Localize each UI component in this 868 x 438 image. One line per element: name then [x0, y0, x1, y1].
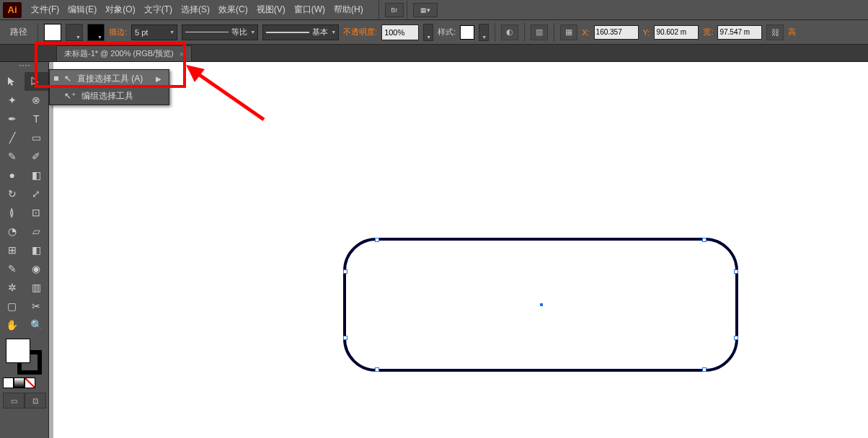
stroke-color-dropdown[interactable]	[87, 24, 105, 41]
slice-tool[interactable]: ✂	[25, 297, 49, 316]
flyout-group-select[interactable]: ↖⁺ 编组选择工具	[50, 87, 169, 104]
cursor-icon: ↖	[64, 73, 71, 84]
color-none[interactable]	[25, 377, 35, 388]
eyedropper-tool[interactable]: ✎	[0, 259, 25, 278]
fill-stroke-control[interactable]	[6, 339, 42, 375]
fill-swatch[interactable]	[44, 24, 61, 41]
document-tab-close[interactable]: ×	[180, 50, 184, 58]
brush-profile[interactable]: 基本	[262, 24, 339, 40]
color-solid[interactable]	[3, 377, 14, 388]
blob-brush-tool[interactable]: ●	[0, 166, 25, 184]
menu-help[interactable]: 帮助(H)	[330, 1, 367, 19]
document-tab-title: 未标题-1* @ 200% (RGB/预览)	[64, 48, 174, 59]
link-wh-icon[interactable]: ⛓	[766, 24, 784, 40]
toolbar: ✦ ⊗ ✒ T ╱ ▭ ✎ ✐ ● ◧ ↻ ⤢ ≬ ⊡ ◔ ▱ ⊞ ◧ ✎ ◉ …	[0, 62, 49, 438]
cursor-plus-icon: ↖⁺	[64, 91, 76, 101]
menu-file[interactable]: 文件(F)	[27, 1, 63, 19]
anchor-point[interactable]	[734, 336, 738, 340]
transform-icon[interactable]: ▦	[560, 24, 577, 40]
dash-profile[interactable]: 等比	[182, 24, 258, 40]
lasso-tool[interactable]: ⊗	[25, 91, 49, 110]
style-swatch[interactable]	[460, 25, 474, 40]
shape-builder-tool[interactable]: ◔	[0, 222, 25, 241]
x-field[interactable]: 160.357	[594, 25, 639, 40]
anchor-point[interactable]	[702, 238, 707, 242]
mesh-tool[interactable]: ⊞	[0, 241, 25, 259]
zoom-tool[interactable]: 🔍	[25, 316, 49, 334]
menu-window[interactable]: 窗口(W)	[291, 1, 329, 19]
color-mode-row	[0, 377, 48, 388]
chevron-right-icon: ▶	[149, 75, 161, 83]
w-label: 宽:	[703, 27, 713, 37]
graph-tool[interactable]: ▥	[25, 278, 49, 297]
opacity-field[interactable]: 100%	[381, 24, 419, 40]
y-field[interactable]: 90.602 m	[654, 25, 699, 40]
anchor-point[interactable]	[734, 269, 738, 274]
menu-type[interactable]: 文字(T)	[141, 1, 176, 19]
line-tool[interactable]: ╱	[0, 128, 25, 147]
artboard-tool[interactable]: ▢	[0, 297, 25, 316]
anchor-point[interactable]	[343, 269, 347, 274]
menubar: Ai 文件(F) 编辑(E) 对象(O) 文字(T) 选择(S) 效果(C) 视…	[0, 0, 868, 20]
gradient-tool[interactable]: ◧	[25, 241, 49, 259]
anchor-point[interactable]	[343, 336, 347, 340]
stroke-weight[interactable]: 5 pt	[131, 24, 177, 40]
menu-select[interactable]: 选择(S)	[177, 1, 213, 19]
h-label: 高	[788, 27, 796, 37]
recolor-icon[interactable]: ◐	[501, 24, 518, 40]
menu-view[interactable]: 视图(V)	[253, 1, 289, 19]
style-label: 样式:	[438, 27, 456, 37]
free-transform-tool[interactable]: ⊡	[25, 203, 49, 222]
style-dd[interactable]	[479, 24, 489, 41]
magic-wand-tool[interactable]: ✦	[0, 91, 25, 110]
document-tab[interactable]: 未标题-1* @ 200% (RGB/预览) ×	[56, 45, 192, 61]
bridge-button[interactable]: Br	[385, 3, 404, 17]
flyout-item-label: 直接选择工具 (A)	[77, 73, 143, 85]
pen-tool[interactable]: ✒	[0, 110, 25, 128]
scale-tool[interactable]: ⤢	[25, 184, 49, 203]
width-tool[interactable]: ≬	[0, 203, 25, 222]
arrange-docs-button[interactable]: ▦▾	[413, 3, 438, 17]
document-tab-row: 未标题-1* @ 200% (RGB/预览) ×	[0, 45, 868, 62]
stroke-label[interactable]: 描边:	[109, 27, 127, 37]
normal-screen[interactable]: ▭	[3, 393, 25, 408]
opacity-dd[interactable]	[423, 24, 433, 41]
center-point	[540, 303, 543, 306]
type-tool[interactable]: T	[25, 110, 49, 128]
selection-tool[interactable]	[0, 72, 25, 91]
rotate-tool[interactable]: ↻	[0, 184, 25, 203]
toolbar-grip[interactable]	[0, 65, 48, 71]
y-label: Y:	[643, 28, 650, 37]
full-screen[interactable]: ⊡	[25, 393, 46, 408]
screen-mode-row: ▭ ⊡	[0, 393, 48, 408]
options-bar: 路径 描边: 5 pt 等比 基本 不透明度: 100% 样式: ◐ ▥ ▦ X…	[0, 20, 868, 45]
flyout-direct-select[interactable]: ↖ 直接选择工具 (A) ▶	[50, 70, 169, 87]
menu-effect[interactable]: 效果(C)	[215, 1, 252, 19]
x-label: X:	[582, 28, 589, 37]
fill-box[interactable]	[6, 339, 30, 363]
hand-tool[interactable]: ✋	[0, 316, 25, 334]
eraser-tool[interactable]: ◧	[25, 166, 49, 184]
menu-object[interactable]: 对象(O)	[102, 1, 138, 19]
brush-tool[interactable]: ✎	[0, 147, 25, 166]
color-gradient[interactable]	[14, 377, 25, 388]
opacity-label[interactable]: 不透明度:	[343, 27, 377, 37]
blend-tool[interactable]: ◉	[25, 259, 49, 278]
pencil-tool[interactable]: ✐	[25, 147, 49, 166]
ai-logo: Ai	[3, 2, 22, 18]
anchor-point[interactable]	[702, 367, 707, 372]
artboard-edge	[49, 62, 53, 438]
menu-edit[interactable]: 编辑(E)	[64, 1, 100, 19]
path-label: 路径	[10, 26, 32, 38]
symbol-sprayer-tool[interactable]: ✲	[0, 278, 25, 297]
flyout-marker-icon	[54, 76, 58, 81]
direct-selection-tool[interactable]	[25, 72, 49, 91]
flyout-item-label: 编组选择工具	[81, 90, 133, 102]
rectangle-tool[interactable]: ▭	[25, 128, 49, 147]
w-field[interactable]: 97.547 m	[717, 25, 762, 40]
anchor-point[interactable]	[375, 367, 379, 372]
align-icon[interactable]: ▥	[531, 24, 548, 40]
anchor-point[interactable]	[375, 238, 379, 242]
perspective-tool[interactable]: ▱	[25, 222, 49, 241]
fill-dropdown[interactable]	[66, 24, 83, 41]
